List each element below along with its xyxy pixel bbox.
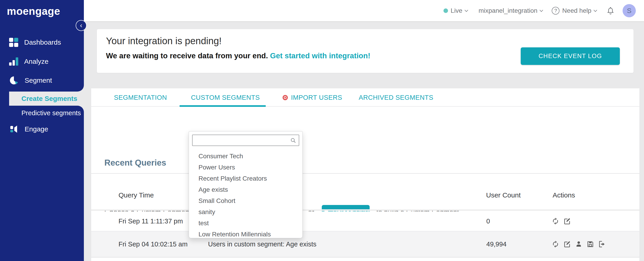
tab-label: CUSTOM SEGMENTS — [191, 94, 260, 101]
tab-label: SEGMENTATION — [114, 94, 167, 101]
top-bar: Live mixpanel_integration ? Need help S — [84, 0, 644, 22]
query-time-cell: Fri Sep 04 10:02:15 am — [118, 241, 188, 248]
sidebar-item-create-segments[interactable]: Create Segments — [9, 92, 84, 106]
workspace-selector[interactable]: mixpanel_integration — [478, 7, 542, 14]
table-bottom-divider — [91, 257, 640, 258]
tab-archived-segments[interactable]: ARCHIVED SEGMENTS — [359, 88, 433, 107]
table-header-divider — [91, 209, 640, 211]
sidebar-strip — [0, 92, 9, 106]
edit-icon[interactable] — [563, 241, 571, 248]
segment-search-input[interactable] — [192, 135, 299, 146]
need-help-label: Need help — [562, 7, 591, 14]
user-icon[interactable] — [575, 241, 582, 248]
tab-bar: SEGMENTATION CUSTOM SEGMENTS IMPORT USER… — [91, 88, 640, 107]
sidebar-item-label: Create Segments — [22, 95, 77, 102]
need-help-menu[interactable]: ? Need help — [552, 7, 596, 14]
dropdown-option[interactable]: Power Users — [189, 162, 302, 173]
dropdown-option[interactable]: Age exists — [189, 184, 302, 195]
workspace-label: mixpanel_integration — [478, 7, 537, 14]
sidebar-item-dashboards[interactable]: Dashboards — [9, 38, 61, 47]
sidebar-item-label: Segment — [24, 76, 52, 84]
integration-pending-banner: Your integration is pending! We are wait… — [97, 29, 634, 73]
banner-subtitle-text: We are waiting to receive data from your… — [106, 51, 268, 60]
tab-label: IMPORT USERS — [291, 94, 342, 101]
check-event-log-button[interactable]: CHECK EVENT LOG — [521, 47, 620, 65]
chevron-down-icon — [594, 8, 597, 12]
tab-label: ARCHIVED SEGMENTS — [359, 94, 433, 101]
table-row: Fri Sep 04 10:02:15 amUsers in custom se… — [91, 231, 640, 257]
sidebar-item-engage[interactable]: Engage — [9, 124, 48, 134]
sidebar-item-label: Analyze — [24, 58, 48, 65]
sidebar: moengage ‹ Dashboards Analyze Segment Cr… — [0, 0, 84, 261]
chevron-down-icon — [540, 8, 543, 12]
sidebar-item-predictive-segments[interactable]: Predictive segments — [22, 109, 81, 117]
recent-queries-title: Recent Queries — [104, 158, 166, 168]
sidebar-item-segment[interactable]: Segment — [9, 76, 52, 85]
dropdown-option[interactable]: test — [189, 218, 302, 229]
sidebar-item-analyze[interactable]: Analyze — [9, 57, 48, 66]
custom-segment-dropdown: Consumer TechPower UsersRecent Playlist … — [189, 131, 303, 238]
user-count-cell: 0 — [486, 218, 490, 225]
row-divider — [91, 231, 640, 231]
row-actions — [552, 218, 571, 225]
user-count-cell: 49,994 — [486, 241, 506, 248]
dropdown-option-list: Consumer TechPower UsersRecent Playlist … — [189, 151, 302, 240]
sidebar-item-label: Dashboards — [24, 38, 61, 46]
moengage-logo: moengage — [7, 5, 60, 17]
query-time-cell: Fri Sep 11 1:11:37 pm — [118, 218, 183, 225]
active-tab-underline — [180, 105, 266, 107]
dropdown-option[interactable]: Recent Playlist Creators — [189, 173, 302, 184]
megaphone-icon — [9, 124, 19, 134]
banner-subtitle: We are waiting to receive data from your… — [106, 51, 370, 60]
pie-chart-icon — [9, 76, 19, 85]
environment-selector[interactable]: Live — [444, 7, 468, 14]
section-divider — [91, 173, 640, 174]
edit-icon[interactable] — [563, 218, 571, 225]
chevron-down-icon — [465, 8, 468, 12]
tab-import-users[interactable]: IMPORT USERS — [282, 88, 342, 107]
segments-card: SEGMENTATION CUSTOM SEGMENTS IMPORT USER… — [91, 88, 640, 261]
question-circle-icon: ? — [552, 7, 560, 14]
column-header-actions: Actions — [552, 191, 575, 199]
grid-icon — [9, 38, 18, 47]
live-status-dot — [444, 8, 448, 13]
column-header-query-time: Query Time — [118, 191, 154, 199]
dropdown-option[interactable]: Small Cohort — [189, 195, 302, 206]
table-row: Fri Sep 11 1:11:37 pm0 — [91, 211, 640, 231]
row-actions — [552, 241, 606, 248]
export-icon[interactable] — [598, 241, 606, 248]
bar-chart-icon — [9, 57, 18, 66]
save-icon[interactable] — [586, 241, 594, 248]
refresh-icon[interactable] — [552, 241, 559, 248]
dropdown-option[interactable]: sanity — [189, 206, 302, 218]
dropdown-option[interactable]: Consumer Tech — [189, 151, 302, 162]
sidebar-item-label: Engage — [24, 125, 48, 133]
import-users-dot-icon — [282, 95, 288, 100]
environment-label: Live — [451, 7, 462, 14]
tab-segmentation[interactable]: SEGMENTATION — [114, 88, 167, 107]
get-started-link[interactable]: Get started with integration! — [270, 51, 370, 60]
tab-custom-segments[interactable]: CUSTOM SEGMENTS — [191, 88, 260, 107]
refresh-icon[interactable] — [552, 218, 559, 225]
query-info-cell: Users in custom segment: Age exists — [208, 241, 316, 248]
notifications-bell-icon[interactable] — [607, 6, 614, 15]
dropdown-option[interactable]: Low Retention Millennials — [189, 229, 302, 240]
user-avatar[interactable]: S — [622, 4, 636, 17]
banner-title: Your integration is pending! — [106, 35, 222, 46]
column-header-user-count: User Count — [486, 191, 521, 199]
sidebar-collapse-button[interactable]: ‹ — [76, 20, 86, 31]
